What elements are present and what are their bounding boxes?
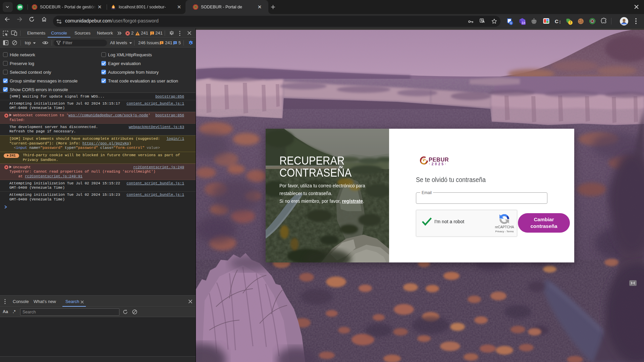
svg-text:6: 6 — [510, 21, 512, 25]
svg-text:!: ! — [570, 21, 571, 24]
svg-text:·2025·: ·2025· — [429, 162, 447, 166]
svg-text:PSPA: PSPA — [111, 8, 116, 10]
svg-text:PEBUR: PEBUR — [429, 157, 449, 163]
svg-text:14: 14 — [522, 21, 525, 24]
svg-text:1: 1 — [19, 6, 21, 9]
